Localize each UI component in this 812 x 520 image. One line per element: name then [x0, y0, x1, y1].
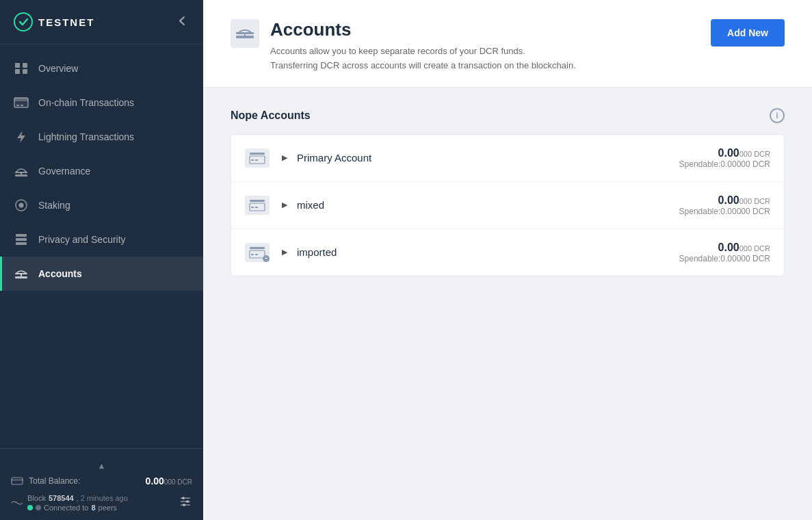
balance-spendable-imported: Spendable:0.00000 DCR [679, 254, 770, 263]
collapse-button[interactable]: ▲ [11, 457, 192, 475]
total-balance-value: 0.00000 DCR [146, 476, 192, 486]
secondary-dot [36, 505, 41, 510]
account-name-primary: Primary Account [297, 152, 670, 164]
account-row-mixed: ▶ mixed 0.00000 DCR Spendable:0.00000 DC… [231, 182, 784, 229]
sidebar-footer: ▲ Total Balance: 0.00000 DCR [0, 448, 203, 520]
sidebar-item-overview[interactable]: Overview [0, 51, 203, 86]
svg-rect-17 [16, 242, 27, 245]
online-dot [27, 505, 33, 510]
account-expand-imported[interactable]: ▶ [282, 248, 287, 257]
account-row-primary: ▶ Primary Account 0.00000 DCR Spendable:… [231, 135, 784, 182]
nav-menu: Overview On-chain Transactions Lightning… [0, 44, 203, 448]
header-description-line2: Transferring DCR across accounts will cr… [270, 59, 576, 73]
svg-point-26 [186, 500, 189, 503]
sync-icons [11, 499, 23, 506]
sidebar-item-staking-label: Staking [38, 200, 70, 211]
add-new-button[interactable]: Add New [711, 19, 785, 47]
svg-rect-15 [16, 234, 27, 237]
sidebar-item-accounts[interactable]: Accounts [0, 257, 203, 291]
account-icon-mixed [249, 199, 265, 211]
balance-main-imported: 0.00000 DCR [679, 242, 770, 254]
svg-rect-16 [16, 238, 27, 241]
total-balance-label: Total Balance: [29, 476, 80, 486]
sync-icon [11, 499, 23, 506]
info-symbol: i [776, 111, 778, 120]
block-info: Block 578544 , 2 minutes ago [27, 494, 128, 502]
overview-icon [14, 61, 29, 76]
account-expand-primary[interactable]: ▶ [282, 153, 287, 162]
svg-rect-10 [15, 174, 27, 177]
sidebar-item-governance-label: Governance [38, 166, 90, 177]
account-row-icon-mixed [245, 196, 270, 215]
settings-sliders-icon[interactable] [179, 495, 192, 511]
account-icon-primary [249, 152, 265, 164]
svg-point-14 [19, 203, 24, 208]
accounts-icon [14, 266, 29, 281]
page-title: Accounts [270, 19, 576, 40]
active-indicator [0, 257, 2, 291]
svg-marker-9 [17, 131, 25, 143]
balance-icon [11, 475, 23, 487]
back-button[interactable] [174, 13, 189, 31]
balance-main-primary: 0.00000 DCR [679, 147, 770, 159]
section-header: Nope Accounts i [231, 108, 785, 123]
svg-rect-35 [255, 159, 258, 161]
account-name-mixed: mixed [297, 199, 670, 211]
svg-rect-12 [15, 172, 27, 173]
page-header: Accounts Accounts allow you to keep sepa… [203, 0, 812, 88]
on-chain-icon [14, 95, 29, 110]
svg-rect-3 [23, 63, 27, 68]
sidebar-item-on-chain-transactions[interactable]: On-chain Transactions [0, 86, 203, 120]
account-expand-mixed[interactable]: ▶ [282, 200, 287, 209]
sidebar-item-overview-label: Overview [38, 63, 78, 74]
sidebar-item-staking[interactable]: Staking [0, 188, 203, 222]
svg-rect-43 [255, 254, 258, 255]
main-content: Accounts Accounts allow you to keep sepa… [203, 0, 812, 520]
accounts-icon-large [235, 26, 254, 41]
svg-rect-40 [250, 247, 265, 249]
svg-rect-18 [15, 276, 27, 278]
svg-point-28 [183, 504, 185, 506]
logo-icon [14, 12, 33, 31]
sidebar-item-lightning-label: Lightning Transactions [38, 131, 134, 142]
balance-spendable-primary: Spendable:0.00000 DCR [679, 159, 770, 169]
imported-badge: + [263, 255, 270, 262]
svg-rect-8 [21, 105, 23, 106]
page-body: Nope Accounts i ▶ Primary Account [203, 88, 812, 297]
sidebar: TESTNET Overview [0, 0, 203, 520]
account-balance-mixed: 0.00000 DCR Spendable:0.00000 DCR [679, 194, 770, 216]
sidebar-item-privacy-security[interactable]: Privacy and Security [0, 222, 203, 257]
svg-rect-1 [15, 63, 20, 68]
account-balance-primary: 0.00000 DCR Spendable:0.00000 DCR [679, 147, 770, 169]
svg-rect-20 [15, 273, 27, 274]
app-name: TESTNET [38, 16, 94, 28]
svg-rect-4 [23, 69, 27, 74]
sidebar-item-lightning-transactions[interactable]: Lightning Transactions [0, 120, 203, 154]
svg-rect-22 [12, 479, 23, 481]
header-description-line1: Accounts allow you to keep separate reco… [270, 44, 576, 59]
lightning-icon [14, 129, 29, 144]
total-balance-row: Total Balance: 0.00000 DCR [11, 475, 192, 487]
logo-area: TESTNET [14, 12, 94, 31]
account-row-imported: + ▶ imported 0.00000 DCR Spendable:0.000… [231, 229, 784, 276]
svg-rect-31 [236, 32, 254, 34]
svg-point-0 [14, 13, 32, 31]
account-row-icon-imported: + [245, 243, 270, 262]
svg-rect-38 [251, 207, 254, 208]
section-title: Nope Accounts [231, 109, 311, 122]
status-bar: Block 578544 , 2 minutes ago Connected t… [11, 494, 192, 512]
account-balance-imported: 0.00000 DCR Spendable:0.00000 DCR [679, 242, 770, 263]
peers-info: Connected to 8 peers [27, 504, 128, 512]
sidebar-item-privacy-label: Privacy and Security [38, 234, 126, 245]
privacy-icon [14, 232, 29, 247]
info-icon[interactable]: i [770, 108, 785, 123]
accounts-card: ▶ Primary Account 0.00000 DCR Spendable:… [231, 134, 785, 276]
sidebar-item-governance[interactable]: Governance [0, 154, 203, 188]
svg-rect-39 [255, 207, 258, 208]
balance-spendable-mixed: Spendable:0.00000 DCR [679, 207, 770, 216]
svg-rect-42 [251, 254, 254, 255]
governance-icon [14, 164, 29, 179]
sidebar-item-on-chain-label: On-chain Transactions [38, 97, 134, 108]
svg-point-24 [182, 497, 185, 499]
svg-rect-7 [16, 105, 19, 106]
